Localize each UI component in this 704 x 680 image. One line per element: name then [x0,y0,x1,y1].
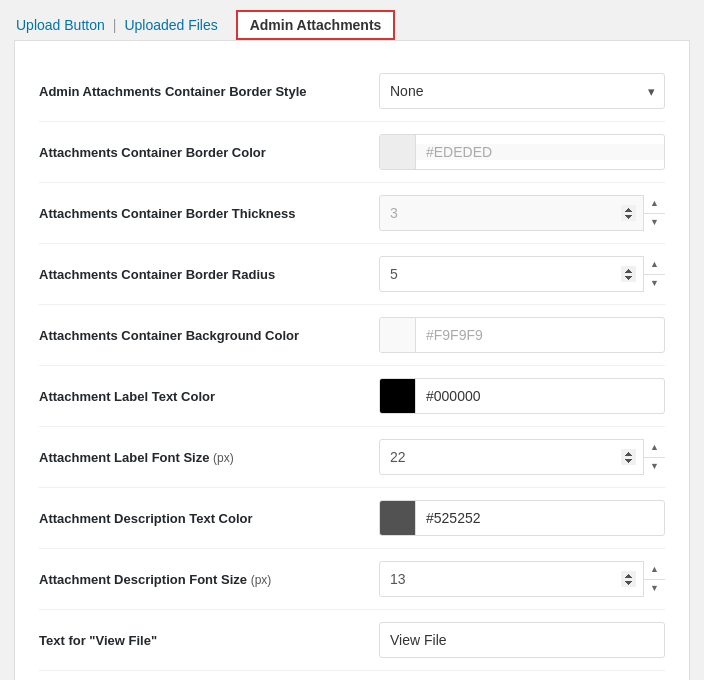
label-font-size-row: Attachment Label Font Size (px) ▲ ▼ [39,427,665,488]
border-thickness-spinners: ▲ ▼ [643,195,665,231]
tab-separator-2 [226,17,230,33]
description-font-size-up[interactable]: ▲ [644,561,665,580]
tab-admin-attachments: Admin Attachments [236,10,396,40]
border-radius-up[interactable]: ▲ [644,256,665,275]
border-thickness-wrapper: ▲ ▼ [379,195,665,231]
background-color-input[interactable] [416,327,664,343]
label-font-size-input[interactable] [379,439,665,475]
border-color-group [379,134,665,170]
description-font-size-down[interactable]: ▼ [644,580,665,598]
border-color-row: Attachments Container Border Color [39,122,665,183]
background-color-row: Attachments Container Background Color [39,305,665,366]
border-style-select[interactable]: None Solid Dashed Dotted Double [379,73,665,109]
border-radius-row: Attachments Container Border Radius ▲ ▼ [39,244,665,305]
border-radius-input[interactable] [379,256,665,292]
background-color-swatch[interactable] [380,318,416,352]
label-text-color-row: Attachment Label Text Color [39,366,665,427]
border-radius-control: ▲ ▼ [379,256,665,292]
label-font-size-up[interactable]: ▲ [644,439,665,458]
label-font-size-spinners: ▲ ▼ [643,439,665,475]
description-font-size-label: Attachment Description Font Size (px) [39,572,379,587]
label-font-size-control: ▲ ▼ [379,439,665,475]
description-text-color-row: Attachment Description Text Color [39,488,665,549]
background-color-label: Attachments Container Background Color [39,328,379,343]
border-thickness-input[interactable] [379,195,665,231]
label-font-size-down[interactable]: ▼ [644,458,665,476]
border-color-label: Attachments Container Border Color [39,145,379,160]
border-radius-label: Attachments Container Border Radius [39,267,379,282]
border-color-control [379,134,665,170]
description-text-color-swatch[interactable] [380,501,416,535]
description-text-color-group [379,500,665,536]
description-text-color-input[interactable] [416,510,664,526]
tab-uploaded-files[interactable]: Uploaded Files [122,11,219,39]
background-color-group [379,317,665,353]
tab-upload-button[interactable]: Upload Button [14,11,107,39]
label-text-color-label: Attachment Label Text Color [39,389,379,404]
description-text-color-label: Attachment Description Text Color [39,511,379,526]
description-font-size-control: ▲ ▼ [379,561,665,597]
label-font-size-label: Attachment Label Font Size (px) [39,450,379,465]
border-color-swatch[interactable] [380,135,416,169]
label-text-color-group [379,378,665,414]
border-thickness-control: ▲ ▼ [379,195,665,231]
label-font-size-wrapper: ▲ ▼ [379,439,665,475]
border-radius-wrapper: ▲ ▼ [379,256,665,292]
view-file-text-input[interactable] [379,622,665,658]
border-radius-spinners: ▲ ▼ [643,256,665,292]
border-thickness-label: Attachments Container Border Thickness [39,206,379,221]
tabs-bar: Upload Button | Uploaded Files Admin Att… [0,0,704,40]
border-thickness-row: Attachments Container Border Thickness ▲… [39,183,665,244]
label-text-color-input[interactable] [416,388,664,404]
view-file-text-label: Text for "View File" [39,633,379,648]
view-file-text-control [379,622,665,658]
description-font-size-wrapper: ▲ ▼ [379,561,665,597]
description-text-color-control [379,500,665,536]
label-text-color-control [379,378,665,414]
tab-separator-1: | [113,17,117,33]
label-text-color-swatch[interactable] [380,379,416,413]
background-color-control [379,317,665,353]
border-radius-down[interactable]: ▼ [644,275,665,293]
border-color-input[interactable] [416,144,664,160]
view-file-text-row: Text for "View File" [39,610,665,671]
description-font-size-spinners: ▲ ▼ [643,561,665,597]
border-style-select-wrapper: None Solid Dashed Dotted Double [379,73,665,109]
description-font-size-input[interactable] [379,561,665,597]
border-style-row: Admin Attachments Container Border Style… [39,61,665,122]
description-font-size-row: Attachment Description Font Size (px) ▲ … [39,549,665,610]
border-thickness-up[interactable]: ▲ [644,195,665,214]
download-file-text-row: Text for "Download File" [39,671,665,680]
border-style-control: None Solid Dashed Dotted Double [379,73,665,109]
border-style-label: Admin Attachments Container Border Style [39,84,379,99]
border-thickness-down[interactable]: ▼ [644,214,665,232]
settings-panel: Admin Attachments Container Border Style… [14,40,690,680]
